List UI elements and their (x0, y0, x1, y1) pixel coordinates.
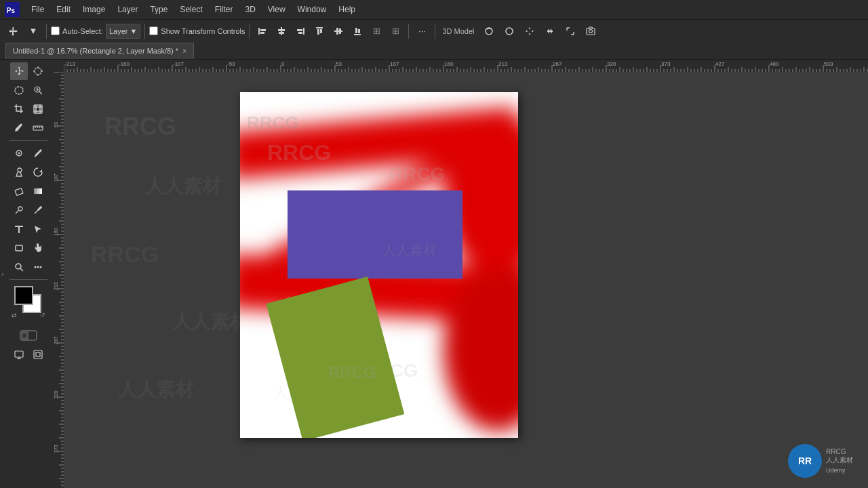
menu-3d[interactable]: 3D (239, 3, 260, 16)
tab-bar: Untitled-1 @ 16.7% (Rectangle 2, Layer M… (0, 42, 868, 60)
eyedropper-tool[interactable] (10, 119, 28, 137)
foreground-color-swatch[interactable] (14, 286, 33, 305)
wm2: 人人素材 (145, 174, 221, 199)
ruler-tool[interactable] (29, 119, 47, 137)
zoom-tool[interactable] (10, 258, 28, 276)
ruler-vertical (52, 72, 64, 488)
canvas-viewport[interactable]: RRCG 人人素材 RRCG 人人素材 RRCG 人人素材 (64, 72, 868, 488)
align-left-btn[interactable] (254, 22, 271, 40)
quick-mask-btn[interactable] (20, 327, 37, 344)
3d-model-label: 3D Model (439, 27, 477, 35)
show-transform-checkbox[interactable] (149, 26, 158, 35)
tab-close-btn[interactable]: × (182, 47, 186, 55)
align-center-h-btn[interactable] (273, 22, 290, 40)
history-brush-tool[interactable] (29, 163, 47, 181)
svg-rect-45 (34, 188, 42, 194)
text-tool[interactable] (10, 220, 28, 238)
move-tool[interactable] (10, 62, 28, 80)
screen-mode-btn[interactable] (10, 346, 28, 363)
menu-image[interactable]: Image (77, 3, 111, 16)
spot-heal-tool[interactable] (10, 144, 28, 162)
menu-filter[interactable]: Filter (210, 3, 239, 16)
3d-camera-btn[interactable] (582, 22, 599, 40)
svg-rect-19 (358, 29, 360, 33)
frame-tool[interactable] (29, 100, 47, 118)
menu-view[interactable]: View (262, 3, 291, 16)
svg-point-57 (22, 333, 26, 338)
tool-options-arrow[interactable]: ▼ (24, 22, 42, 40)
svg-rect-2 (258, 28, 260, 35)
svg-rect-13 (320, 29, 322, 33)
svg-text:RRCG: RRCG (267, 140, 331, 165)
color-swatches: ⇄ ↺ (12, 286, 45, 316)
auto-select-checkbox-label[interactable]: Auto-Select: (51, 26, 103, 35)
extra-tools-btn[interactable] (29, 258, 47, 276)
path-select-tool[interactable] (29, 220, 47, 238)
distribute-right-btn[interactable]: ⊞ (387, 22, 404, 40)
lasso-tool[interactable] (10, 81, 28, 99)
pen-tool[interactable] (29, 201, 47, 219)
artboard-tool[interactable] (29, 62, 47, 80)
udemy-label: Udemy (826, 467, 853, 474)
svg-rect-12 (317, 29, 319, 35)
3d-pan-btn[interactable] (521, 22, 538, 40)
swap-colors-btn[interactable]: ⇄ (12, 312, 17, 319)
auto-select-checkbox[interactable] (51, 26, 60, 35)
menu-help[interactable]: Help (333, 3, 361, 16)
menu-layer[interactable]: Layer (112, 3, 143, 16)
layer-dropdown[interactable]: Layer ▼ (106, 24, 140, 39)
menu-type[interactable]: Type (144, 3, 173, 16)
purple-rect-layer (288, 190, 462, 279)
stamp-tool[interactable] (10, 163, 28, 181)
dodge-tool[interactable] (10, 201, 28, 219)
align-bottom-btn[interactable] (349, 22, 366, 40)
workspace: RRCG 人人素材 RRCG 人人素材 RRCG 人人素材 (52, 60, 868, 488)
3d-roll-btn[interactable] (500, 22, 518, 40)
menu-file[interactable]: File (26, 3, 50, 16)
align-top-btn[interactable] (311, 22, 328, 40)
svg-point-24 (589, 29, 592, 33)
3d-rotate-btn[interactable] (480, 22, 498, 40)
svg-point-43 (18, 168, 22, 172)
options-toolbar: ▼ Auto-Select: Layer ▼ Show Transform Co… (0, 19, 868, 42)
svg-rect-18 (355, 28, 357, 33)
crop-tool[interactable] (10, 100, 28, 118)
distribute-left-btn[interactable]: ⊞ (368, 22, 385, 40)
svg-rect-6 (278, 29, 285, 31)
default-colors-btn[interactable]: ↺ (40, 312, 45, 319)
svg-point-53 (37, 266, 39, 268)
frame-mode-btn[interactable] (29, 346, 47, 363)
pen-selection-tool[interactable] (29, 81, 47, 99)
svg-point-46 (18, 207, 22, 211)
auto-select-label: Auto-Select: (62, 27, 103, 35)
more-options-btn[interactable]: ··· (413, 22, 431, 40)
document-canvas: RRCG 人人素材 RRCG 人人素材 RRCG 人人素材 RRCG 人 (240, 92, 518, 438)
svg-rect-49 (16, 245, 22, 251)
rectangle-tool[interactable] (10, 239, 28, 257)
hand-tool[interactable] (29, 239, 47, 257)
align-center-v-btn[interactable] (330, 22, 347, 40)
gradient-tool[interactable] (29, 182, 47, 200)
svg-line-47 (16, 211, 18, 214)
rrcg-brand-logo: RR RRCG 人人素材 Udemy (787, 441, 854, 481)
menu-window[interactable]: Window (292, 3, 332, 16)
svg-rect-32 (34, 105, 42, 113)
panel-collapse-handle[interactable]: ‹ (0, 60, 5, 488)
align-right-btn[interactable] (292, 22, 309, 40)
document-tab[interactable]: Untitled-1 @ 16.7% (Rectangle 2, Layer M… (5, 43, 194, 59)
brush-tool[interactable] (29, 144, 47, 162)
dropdown-arrow-icon: ▼ (130, 27, 137, 35)
move-tool-options[interactable] (4, 22, 22, 40)
svg-rect-10 (298, 32, 302, 34)
eraser-tool[interactable] (10, 182, 28, 200)
show-transform-label[interactable]: Show Transform Controls (149, 26, 245, 35)
menu-select[interactable]: Select (174, 3, 208, 16)
svg-text:Ps: Ps (7, 7, 16, 14)
menu-edit[interactable]: Edit (51, 3, 76, 16)
svg-rect-15 (336, 28, 338, 35)
3d-scale-btn[interactable] (561, 22, 579, 40)
svg-line-48 (35, 211, 37, 214)
3d-slide-btn[interactable] (541, 22, 559, 40)
svg-rect-16 (339, 28, 341, 34)
svg-text:RRCG: RRCG (389, 163, 445, 184)
